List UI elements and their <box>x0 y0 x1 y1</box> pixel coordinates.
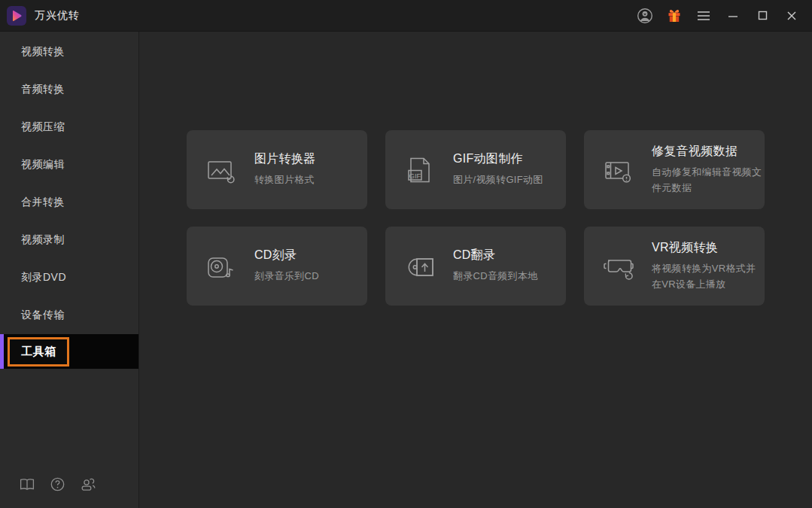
card-subtitle: 转换图片格式 <box>254 172 367 187</box>
sidebar-item-video-convert[interactable]: 视频转换 <box>0 33 138 71</box>
sidebar-item-video-edit[interactable]: 视频编辑 <box>0 146 138 184</box>
minimize-icon[interactable] <box>723 6 743 26</box>
app-title: 万兴优转 <box>35 9 80 23</box>
maximize-icon[interactable] <box>753 6 772 26</box>
help-icon[interactable] <box>50 477 65 491</box>
card-subtitle: 自动修复和编辑音视频文件元数据 <box>652 165 765 195</box>
sidebar-nav: 视频转换 音频转换 视频压缩 视频编辑 合并转换 视频录制 刻录DVD 设备传输… <box>0 32 138 369</box>
sidebar-item-label: 视频压缩 <box>21 120 65 134</box>
card-vr-convert[interactable]: VR视频转换 将视频转换为VR格式并在VR设备上播放 <box>584 227 765 306</box>
toolbox-focus-box: 工具箱 <box>8 337 69 367</box>
sidebar-item-burn-dvd[interactable]: 刻录DVD <box>0 259 138 297</box>
card-subtitle: 刻录音乐到CD <box>254 269 367 284</box>
active-accent-bar <box>0 334 4 369</box>
fix-media-icon <box>602 154 635 187</box>
card-title: GIF动图制作 <box>453 151 566 167</box>
account-icon[interactable] <box>635 6 655 26</box>
card-subtitle: 图片/视频转GIF动图 <box>453 172 566 187</box>
sidebar-item-label: 音频转换 <box>21 83 65 96</box>
book-icon[interactable] <box>20 478 35 491</box>
titlebar: 万兴优转 <box>0 0 812 32</box>
sidebar: 视频转换 音频转换 视频压缩 视频编辑 合并转换 视频录制 刻录DVD 设备传输… <box>0 32 139 508</box>
card-image-converter[interactable]: 图片转换器 转换图片格式 <box>187 130 367 209</box>
card-title: CD刻录 <box>254 248 367 263</box>
card-subtitle: 将视频转换为VR格式并在VR设备上播放 <box>652 261 765 291</box>
card-cd-burn[interactable]: CD刻录 刻录音乐到CD <box>187 227 367 306</box>
card-cd-rip[interactable]: CD翻录 翻录CD音频到本地 <box>385 227 566 306</box>
sidebar-item-label: 视频编辑 <box>21 158 65 172</box>
sidebar-item-toolbox[interactable]: 工具箱 <box>0 334 138 369</box>
image-converter-icon <box>205 154 238 187</box>
card-title: 图片转换器 <box>254 151 367 167</box>
contacts-icon[interactable] <box>81 478 96 491</box>
sidebar-item-video-compress[interactable]: 视频压缩 <box>0 108 138 146</box>
sidebar-item-audio-convert[interactable]: 音频转换 <box>0 71 138 108</box>
cd-burn-icon <box>205 250 238 283</box>
tool-card-grid: 图片转换器 转换图片格式 GIF GIF动图制作 图片/视频转GIF动图 <box>187 130 812 306</box>
hamburger-menu-icon[interactable] <box>694 6 713 26</box>
card-gif-maker[interactable]: GIF GIF动图制作 图片/视频转GIF动图 <box>385 130 566 209</box>
sidebar-footer <box>0 477 138 508</box>
card-title: CD翻录 <box>453 248 566 263</box>
card-subtitle: 翻录CD音频到本地 <box>453 269 566 284</box>
sidebar-item-label: 刻录DVD <box>21 271 66 284</box>
gif-glyph-text: GIF <box>409 171 421 179</box>
app-logo-icon <box>7 6 26 26</box>
sidebar-item-merge-convert[interactable]: 合并转换 <box>0 184 138 221</box>
gif-maker-icon: GIF <box>403 154 436 187</box>
card-title: 修复音视频数据 <box>652 144 765 160</box>
sidebar-item-label: 视频录制 <box>21 233 65 247</box>
card-fix-media-metadata[interactable]: 修复音视频数据 自动修复和编辑音视频文件元数据 <box>584 130 765 209</box>
sidebar-item-label: 视频转换 <box>21 45 65 59</box>
sidebar-item-screen-record[interactable]: 视频录制 <box>0 221 138 259</box>
close-icon[interactable] <box>782 6 801 26</box>
cd-rip-icon <box>403 250 436 283</box>
sidebar-item-label: 工具箱 <box>21 345 56 357</box>
vr-convert-icon <box>602 250 635 283</box>
sidebar-item-label: 设备传输 <box>21 309 65 322</box>
sidebar-item-device-transfer[interactable]: 设备传输 <box>0 297 138 334</box>
sidebar-item-label: 合并转换 <box>21 196 65 209</box>
toolbox-panel: 图片转换器 转换图片格式 GIF GIF动图制作 图片/视频转GIF动图 <box>140 32 812 508</box>
gift-icon[interactable] <box>665 6 684 26</box>
card-title: VR视频转换 <box>652 240 765 256</box>
